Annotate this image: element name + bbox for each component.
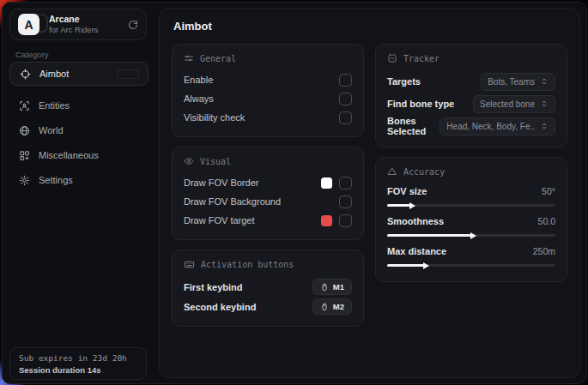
max-distance-slider-group: Max distance 250m	[387, 244, 555, 267]
crosshair-icon	[20, 69, 31, 80]
setting-label: Enable	[184, 75, 213, 85]
setting-row: First keybind M1	[184, 277, 352, 297]
page-title: Aimbot	[173, 20, 567, 33]
app-header-card: A Arcane for Arc Riders	[9, 9, 147, 40]
draw-fov-background-checkbox[interactable]	[339, 196, 352, 208]
left-column: General Enable Always Visibility check	[172, 44, 364, 327]
setting-row: Enable	[184, 70, 352, 89]
keyboard-icon	[184, 259, 195, 270]
draw-fov-target-checkbox[interactable]	[339, 214, 352, 227]
setting-row: Bones Selected Head, Neck, Body, Fe..	[387, 115, 555, 137]
setting-row: Find bone type Selected bone	[387, 93, 555, 115]
setting-label: Targets	[387, 76, 421, 87]
sidebar-item-label: Settings	[39, 175, 73, 185]
sidebar-item-label: Aimbot	[39, 69, 69, 79]
category-label: Category	[15, 50, 49, 59]
max-distance-slider[interactable]	[387, 264, 555, 267]
visibility-check-checkbox[interactable]	[339, 111, 352, 124]
mouse-icon	[320, 303, 329, 311]
slider-value: 250m	[533, 246, 555, 256]
entities-icon	[19, 100, 30, 111]
chevron-up-down-icon	[540, 122, 549, 130]
chevron-up-down-icon	[540, 99, 549, 108]
sidebar-item-miscellaneous[interactable]: Miscellaneous	[9, 143, 149, 167]
sidebar: A Arcane for Arc Riders Category Aimbot	[3, 3, 154, 383]
setting-label: Draw FOV target	[184, 215, 255, 226]
slider-thumb[interactable]	[409, 202, 415, 209]
tracker-card: Tracker Targets Bots, Teams	[375, 44, 567, 147]
setting-label: Always	[184, 93, 214, 104]
sidebar-item-settings[interactable]: Settings	[9, 168, 149, 192]
setting-row: Targets Bots, Teams	[387, 70, 555, 93]
keybind-value: M1	[333, 282, 344, 292]
bones-selected-select[interactable]: Head, Neck, Body, Fe..	[439, 117, 555, 135]
select-value: Bots, Teams	[488, 77, 535, 87]
smoothness-slider-group: Smoothness 50.0	[387, 214, 555, 237]
setting-label: First keybind	[184, 282, 242, 292]
visual-card: Visual Draw FOV Border Draw FOV Backgrou…	[172, 147, 364, 240]
sidebar-item-label: World	[39, 125, 64, 135]
fov-border-color-swatch[interactable]	[321, 177, 332, 189]
app-title: Arcane	[49, 14, 99, 24]
gear-icon	[19, 175, 30, 186]
main-panel: Aimbot General Enable Alw	[159, 8, 580, 378]
nav-item-hint	[117, 69, 139, 79]
app-window: A Arcane for Arc Riders Category Aimbot	[2, 2, 587, 384]
subscription-card: Sub expires in 23d 20h Session duration …	[9, 347, 147, 380]
app-logo: A	[18, 14, 39, 35]
general-card: General Enable Always Visibility check	[172, 44, 364, 137]
slider-label: FOV size	[387, 186, 427, 196]
refresh-icon[interactable]	[128, 20, 138, 30]
slider-value: 50.0	[538, 216, 555, 226]
frame-icon	[387, 53, 397, 63]
setting-label: Draw FOV Border	[184, 177, 258, 188]
setting-label: Second keybind	[184, 302, 256, 312]
sub-expires-text: Sub expires in 23d 20h	[19, 353, 137, 363]
setting-row: Visibility check	[184, 108, 352, 127]
keybind-value: M2	[333, 302, 344, 311]
find-bone-type-select[interactable]: Selected bone	[473, 95, 555, 113]
section-title: Activation buttons	[201, 260, 294, 269]
setting-label: Bones Selected	[387, 116, 439, 136]
triangle-icon	[387, 166, 397, 177]
sidebar-item-aimbot[interactable]: Aimbot	[9, 62, 149, 86]
draw-fov-border-checkbox[interactable]	[339, 177, 352, 189]
section-title: General	[200, 54, 236, 63]
enable-checkbox[interactable]	[339, 74, 352, 87]
slider-label: Smoothness	[387, 216, 444, 226]
grid-icon	[19, 150, 30, 161]
sidebar-item-world[interactable]: World	[9, 118, 149, 142]
accuracy-card: Accuracy FOV size 50°	[375, 157, 567, 282]
setting-label: Draw FOV Background	[184, 196, 281, 207]
sidebar-item-label: Miscellaneous	[39, 150, 99, 160]
section-title: Accuracy	[403, 167, 445, 177]
activation-buttons-card: Activation buttons First keybind M1	[172, 250, 364, 327]
second-keybind-button[interactable]: M2	[312, 298, 352, 315]
setting-row: Always	[184, 89, 352, 108]
sliders-icon	[184, 53, 194, 63]
fov-target-color-swatch[interactable]	[321, 215, 332, 226]
setting-row: Second keybind M2	[184, 297, 352, 316]
sidebar-item-entities[interactable]: Entities	[9, 93, 149, 117]
globe-icon	[19, 125, 30, 136]
slider-thumb[interactable]	[423, 262, 429, 269]
slider-value: 50°	[542, 186, 555, 196]
first-keybind-button[interactable]: M1	[312, 279, 352, 295]
slider-thumb[interactable]	[470, 232, 476, 239]
sidebar-nav: Aimbot Entities World Miscellaneous	[9, 62, 149, 193]
setting-label: Visibility check	[184, 112, 245, 123]
fov-size-slider[interactable]	[387, 204, 555, 207]
targets-select[interactable]: Bots, Teams	[481, 73, 555, 91]
eye-icon	[184, 156, 194, 166]
right-column: Tracker Targets Bots, Teams	[375, 44, 567, 282]
session-duration-text: Session duration 14s	[19, 365, 137, 375]
setting-label: Find bone type	[387, 99, 454, 109]
app-subtitle: for Arc Riders	[49, 26, 99, 35]
sidebar-item-label: Entities	[39, 100, 70, 111]
smoothness-slider[interactable]	[387, 234, 555, 237]
mouse-icon	[320, 283, 329, 292]
setting-row: Draw FOV Border	[184, 173, 352, 192]
select-value: Head, Neck, Body, Fe..	[446, 122, 535, 131]
always-checkbox[interactable]	[339, 93, 352, 105]
section-title: Visual	[200, 157, 231, 166]
